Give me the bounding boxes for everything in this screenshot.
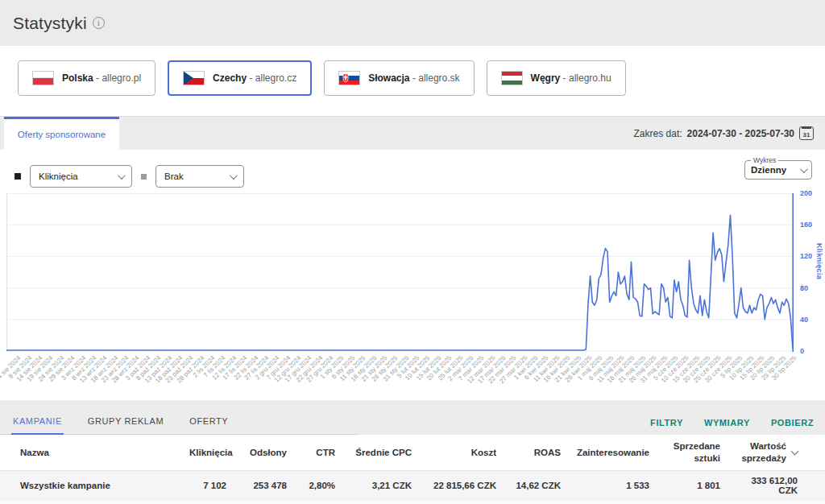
page-header: Statystyki i (0, 0, 825, 46)
country-domain: - allegro.pl (96, 72, 141, 84)
date-range-value: 2024-07-30 - 2025-07-30 (687, 128, 794, 139)
y-tick-label: 120 (800, 252, 812, 260)
chart-metric-controls: Kliknięcia Brak (15, 165, 244, 188)
line-chart-svg (6, 193, 794, 352)
chevron-down-icon (230, 171, 238, 180)
country-domain: - allegro.hu (563, 72, 611, 84)
country-label: Węgry (531, 72, 561, 84)
primary-metric-select[interactable]: Kliknięcia (30, 165, 132, 188)
table-header-row: Nazwa Kliknięcia Odsłony CTR Średnie CPC… (0, 435, 825, 470)
country-label: Polska (62, 72, 93, 84)
cell-nazwa: Wszystkie kampanie (0, 470, 189, 501)
flag-czech-icon (183, 71, 205, 85)
column-header-zainteresowanie[interactable]: Zainteresowanie (572, 435, 661, 470)
column-header-nazwa[interactable]: Nazwa (0, 435, 189, 470)
chart-granularity-label: Wykres (751, 156, 778, 164)
country-button-wegry[interactable]: Węgry - allegro.hu (487, 60, 626, 96)
results-tab-strip: KAMPANIE GRUPY REKLAM OFERTY FILTRY WYMI… (0, 405, 825, 435)
chart-card: Kliknięcia Brak Wykres Dzienny 040801201… (0, 150, 825, 400)
chart-granularity-select[interactable]: Wykres Dzienny (744, 156, 812, 180)
line-chart-plot (6, 193, 794, 352)
tab-kampanie[interactable]: KAMPANIE (11, 410, 64, 435)
page-title: Statystyki (13, 14, 87, 33)
info-icon[interactable]: i (93, 17, 105, 29)
column-header-roas[interactable]: ROAS (508, 435, 572, 470)
primary-series-swatch (15, 173, 21, 180)
y-tick-label: 80 (800, 284, 808, 292)
flag-slovakia-icon (338, 71, 360, 85)
y-tick-label: 160 (800, 221, 812, 229)
country-selector: Polska - allegro.pl Czechy - allegro.cz … (0, 46, 825, 116)
secondary-metric-select[interactable]: Brak (155, 165, 244, 188)
date-range-label: Zakres dat: (634, 128, 682, 139)
column-header-wartosc-sprzedazy[interactable]: Wartość sprzedaży (732, 435, 825, 470)
country-domain: - allegro.sk (412, 72, 460, 84)
results-tabs: KAMPANIE GRUPY REKLAM OFERTY (0, 410, 359, 435)
campaigns-table: Nazwa Kliknięcia Odsłony CTR Średnie CPC… (0, 435, 825, 501)
download-button[interactable]: POBIERZ (771, 418, 814, 428)
bottom-filler (0, 501, 825, 504)
tab-oferty[interactable]: OFERTY (188, 410, 230, 434)
country-button-poland[interactable]: Polska - allegro.pl (18, 60, 155, 96)
secondary-series-swatch (141, 174, 147, 180)
cell-odslony: 253 478 (238, 470, 298, 501)
x-axis-tick-labels: 4 sie 20249 sie 202414 sie 202419 sie 20… (6, 354, 794, 398)
y-tick-label: 200 (800, 189, 812, 197)
tab-grupy-reklam[interactable]: GRUPY REKLAM (86, 410, 165, 434)
y-tick-label: 40 (800, 316, 808, 324)
cell-roas: 14,62 CZK (508, 470, 572, 501)
column-header-koszt[interactable]: Koszt (423, 435, 508, 470)
column-header-ctr[interactable]: CTR (298, 435, 346, 470)
flag-hungary-icon (501, 71, 523, 85)
flag-poland-icon (32, 71, 54, 85)
cell-ctr: 2,80% (298, 470, 346, 501)
country-button-czechy[interactable]: Czechy - allegro.cz (168, 60, 312, 96)
primary-metric-value: Kliknięcia (39, 171, 78, 181)
column-header-srednie-cpc[interactable]: Średnie CPC (346, 435, 423, 470)
column-header-klikniecia[interactable]: Kliknięcia (189, 435, 238, 470)
chevron-down-icon (800, 165, 808, 173)
cell-srednie-cpc: 3,21 CZK (346, 470, 423, 501)
cell-koszt: 22 815,66 CZK (423, 470, 508, 501)
cell-zainteresowanie: 1 533 (572, 470, 661, 501)
y-tick-label: 0 (800, 347, 804, 355)
sort-descending-icon (791, 447, 799, 455)
column-header-odslony[interactable]: Odsłony (238, 435, 298, 470)
y-axis-title: Kliknięcia (815, 243, 823, 279)
secondary-metric-value: Brak (164, 171, 184, 181)
cell-wartosc-sprzedazy: 333 612,00 CZK (732, 470, 825, 501)
cell-sprzedane-sztuki: 1 801 (661, 470, 732, 501)
country-label: Słowacja (368, 72, 409, 84)
date-range[interactable]: Zakres dat: 2024-07-30 - 2025-07-30 31 (634, 117, 814, 150)
chevron-down-icon (118, 171, 126, 180)
table-actions: FILTRY WYMIARY POBIERZ (650, 418, 814, 428)
chart-granularity-value: Dzienny (751, 165, 786, 175)
table-row-wszystkie-kampanie[interactable]: Wszystkie kampanie 7 102 253 478 2,80% 3… (0, 470, 825, 501)
country-label: Czechy (213, 72, 247, 84)
report-tab-strip: Oferty sponsorowane Zakres dat: 2024-07-… (0, 117, 825, 150)
dimensions-button[interactable]: WYMIARY (704, 418, 750, 428)
cell-klikniecia: 7 102 (189, 470, 238, 501)
column-header-sprzedane-sztuki[interactable]: Sprzedane sztuki (661, 435, 732, 470)
country-button-slowacja[interactable]: Słowacja - allegro.sk (324, 60, 474, 96)
filters-button[interactable]: FILTRY (650, 418, 683, 428)
country-domain: - allegro.cz (249, 72, 296, 84)
calendar-icon[interactable]: 31 (799, 126, 814, 140)
tab-oferty-sponsorowane[interactable]: Oferty sponsorowane (4, 117, 119, 150)
